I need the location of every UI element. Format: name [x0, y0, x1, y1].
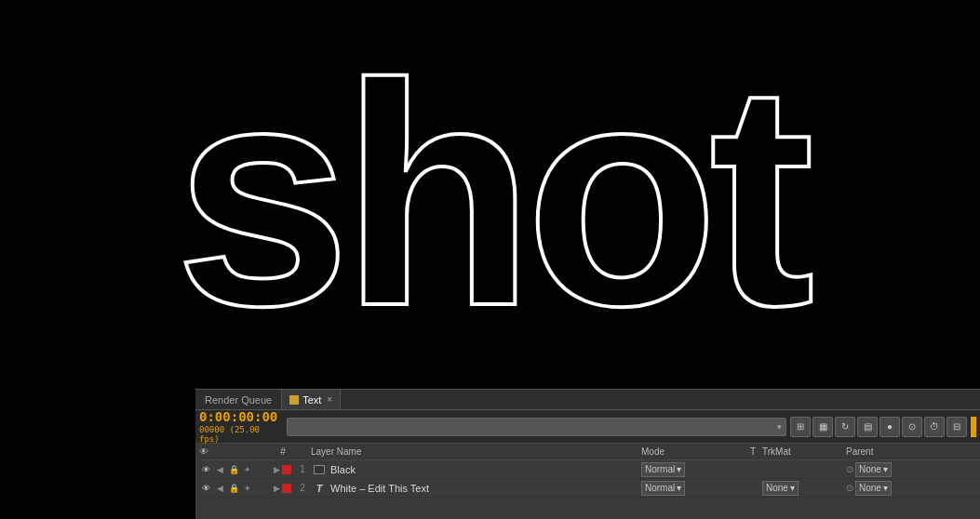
- canvas-preview: shot: [0, 0, 980, 389]
- header-layer-name: Layer Name: [292, 446, 641, 457]
- layer-2-mode[interactable]: Normal ▾: [641, 481, 744, 496]
- layer-2-parent-icon: ⊙: [846, 483, 853, 493]
- layer-1-controls: 👁 ◀ 🔒 ✦: [199, 463, 274, 476]
- layer-2-mode-arrow: ▾: [677, 483, 681, 493]
- layer-1-mode-arrow: ▾: [677, 464, 681, 474]
- toolbar-btn-table[interactable]: ▤: [857, 417, 878, 437]
- layer-1-type-icon: [312, 462, 327, 477]
- tab-text[interactable]: Text ×: [281, 390, 341, 409]
- header-mode: Mode: [641, 446, 744, 457]
- layer-2-controls: 👁 ◀ 🔒 ✦: [199, 482, 274, 495]
- layer-2-visibility[interactable]: 👁: [199, 482, 212, 495]
- layer-1-parent-icon: ⊙: [846, 464, 853, 474]
- text-type-icon: T: [316, 483, 323, 494]
- toolbar-btn-circle[interactable]: ●: [879, 417, 900, 437]
- layer-1-parent[interactable]: ⊙ None ▾: [846, 462, 976, 477]
- solid-type-icon: [314, 465, 325, 474]
- layer-2-mode-value: Normal: [645, 483, 675, 493]
- layer-2-num: 2: [293, 483, 312, 493]
- layer-1-lock[interactable]: 🔒: [227, 463, 240, 476]
- layer-1-name[interactable]: Black: [330, 464, 641, 475]
- layer-2-collapse[interactable]: ✦: [241, 482, 254, 495]
- layer-2-name[interactable]: White – Edit This Text: [330, 483, 641, 494]
- layer-2-mode-select[interactable]: Normal ▾: [641, 481, 685, 496]
- toolbar-icons: ⊞ ▦ ↻ ▤ ● ⊙ ⏱ ⊟: [790, 417, 976, 437]
- canvas-text: shot: [175, 36, 806, 353]
- tab-render-queue[interactable]: Render Queue: [195, 390, 281, 409]
- layer-1-mode-value: Normal: [645, 464, 675, 474]
- search-bar[interactable]: ▾: [287, 418, 786, 436]
- layer-2-parent[interactable]: ⊙ None ▾: [846, 481, 976, 496]
- timecode-value[interactable]: 0:00:00:00: [199, 409, 283, 425]
- layers-header: 👁 # Layer Name Mode T TrkMat Parent: [195, 444, 980, 460]
- timecode-row: 0:00:00:00 00000 (25.00 fps) ▾ ⊞ ▦ ↻ ▤ ●…: [195, 410, 980, 444]
- layer-2-trkmat-arrow: ▾: [790, 483, 795, 493]
- layer-1-parent-select[interactable]: None ▾: [855, 462, 892, 477]
- header-eye: 👁: [199, 446, 208, 457]
- layer-1-audio[interactable]: ◀: [213, 463, 226, 476]
- layer-2-trkmat-select[interactable]: None ▾: [762, 481, 799, 496]
- timecode-fps: 00000 (25.00 fps): [199, 425, 283, 444]
- layer-2-lock[interactable]: 🔒: [227, 482, 240, 495]
- toolbar-btn-refresh[interactable]: ↻: [835, 417, 855, 437]
- layer-1-mode-select[interactable]: Normal ▾: [641, 462, 685, 477]
- layer-1-num: 1: [293, 464, 312, 474]
- layer-1-color: [282, 465, 291, 474]
- layer-1-visibility[interactable]: 👁: [199, 463, 212, 476]
- layer-2-audio[interactable]: ◀: [213, 482, 226, 495]
- toolbar-btn-grid[interactable]: ▦: [812, 417, 833, 437]
- timecode-display: 0:00:00:00 00000 (25.00 fps): [199, 409, 283, 444]
- tab-text-icon: [289, 395, 299, 405]
- layer-2-parent-select[interactable]: None ▾: [855, 481, 892, 496]
- header-parent: Parent: [846, 446, 976, 457]
- tab-bar: Render Queue Text ×: [195, 390, 980, 410]
- layer-2-parent-arrow: ▾: [883, 483, 888, 493]
- search-input[interactable]: [291, 421, 774, 432]
- header-trkmat: TrkMat: [762, 446, 846, 457]
- orange-accent: [971, 417, 976, 437]
- layer-1-parent-arrow: ▾: [883, 464, 888, 474]
- toolbar-btn-timer[interactable]: ⏱: [924, 417, 945, 437]
- header-num: #: [274, 446, 292, 457]
- layer-1-collapse[interactable]: ✦: [241, 463, 254, 476]
- layer-2-expand[interactable]: ▶: [274, 484, 280, 493]
- layer-1-parent-value: None: [859, 464, 881, 474]
- timeline-panel: Render Queue Text × 0:00:00:00 00000 (25…: [195, 389, 980, 519]
- layer-2-parent-value: None: [859, 483, 881, 493]
- toolbar-btn-transfer[interactable]: ⊞: [790, 417, 811, 437]
- tab-text-label: Text: [302, 394, 321, 406]
- layer-row-1[interactable]: 👁 ◀ 🔒 ✦ ▶ 1 Black Normal ▾ ⊙ None ▾: [195, 460, 980, 479]
- header-controls: 👁: [199, 446, 274, 457]
- toolbar-btn-minus[interactable]: ⊟: [946, 417, 967, 437]
- tab-close-icon[interactable]: ×: [327, 394, 332, 405]
- toolbar-btn-target[interactable]: ⊙: [902, 417, 922, 437]
- header-t: T: [744, 446, 762, 457]
- layer-2-trkmat-value: None: [766, 483, 788, 493]
- search-dropdown-icon[interactable]: ▾: [777, 422, 782, 432]
- layer-2-type-icon: T: [312, 481, 327, 496]
- layer-2-color: [282, 484, 291, 493]
- layer-1-mode[interactable]: Normal ▾: [641, 462, 744, 477]
- layer-1-expand[interactable]: ▶: [274, 465, 280, 474]
- layer-row-2[interactable]: 👁 ◀ 🔒 ✦ ▶ 2 T White – Edit This Text Nor…: [195, 479, 980, 498]
- layer-2-trkmat[interactable]: None ▾: [762, 481, 846, 496]
